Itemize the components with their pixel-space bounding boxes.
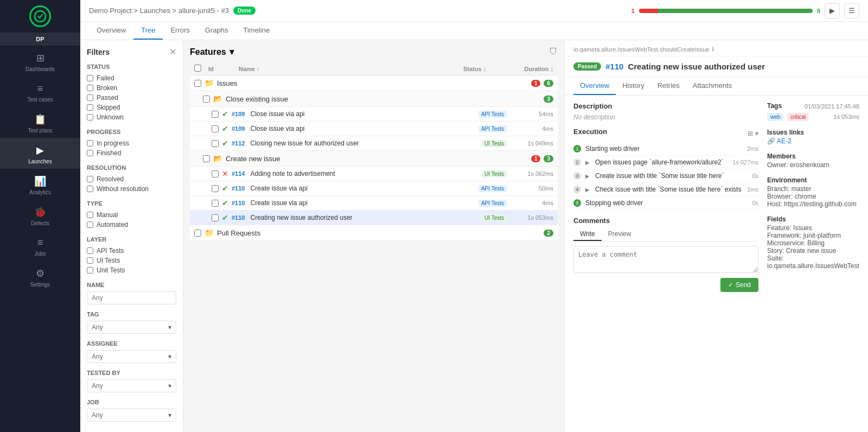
filter-in-progress[interactable]: In progress	[87, 138, 176, 148]
test-row-114[interactable]: ✕ #114 Adding note to advertisement UI T…	[190, 167, 558, 181]
select-all-checkbox[interactable]	[194, 65, 201, 72]
filter-unit-tests[interactable]: Unit Tests	[87, 265, 176, 275]
close-existing-checkbox[interactable]	[203, 96, 210, 103]
tab-graphs[interactable]: Graphs	[197, 22, 236, 40]
group-pull-requests[interactable]: 📁 Pull Requests 2	[190, 225, 558, 241]
test-row-110-a[interactable]: ✔ #110 Create issue via api API Tests 50…	[190, 181, 558, 196]
skipped-checkbox[interactable]	[87, 104, 93, 111]
send-button[interactable]: ✓ Send	[720, 278, 758, 292]
tab-errors[interactable]: Errors	[163, 22, 197, 40]
test-110a-checkbox[interactable]	[212, 185, 219, 192]
filter-unknown[interactable]: Unknown	[87, 112, 176, 122]
filter-manual[interactable]: Manual	[87, 210, 176, 220]
tags-section: Tags 01/03/2021 17:45:48 web critical 1s…	[767, 102, 859, 121]
close-filters-button[interactable]: ✕	[169, 47, 176, 57]
sidebar-item-testcases[interactable]: ≡ Test cases	[0, 77, 80, 107]
group-issues[interactable]: 📁 Issues 1 6	[190, 75, 558, 91]
name-filter-input[interactable]	[87, 291, 176, 304]
sidebar-item-defects[interactable]: 🐞 Defects	[0, 200, 80, 231]
play-button[interactable]: ▶	[825, 3, 840, 18]
filter-passed[interactable]: Passed	[87, 93, 176, 103]
failed-label: Failed	[97, 74, 114, 82]
filter-skipped[interactable]: Skipped	[87, 103, 176, 112]
suite-row: Suite: io.qameta.allure.IssuesWebTest	[767, 255, 859, 270]
filter-api-tests[interactable]: API Tests	[87, 246, 176, 256]
host-value: https://testing.github.com	[784, 200, 856, 208]
features-title[interactable]: Features ▾	[190, 47, 234, 57]
issues-checkbox[interactable]	[194, 80, 201, 87]
test-row-109-a[interactable]: ✔ #109 Close issue via api API Tests 54m…	[190, 107, 558, 122]
api-tests-checkbox[interactable]	[87, 247, 93, 254]
features-filter-icon[interactable]: ⛉	[549, 47, 558, 57]
test-109a-checkbox[interactable]	[212, 111, 219, 118]
comment-tab-preview[interactable]: Preview	[602, 228, 638, 241]
test-110b-checkbox[interactable]	[212, 200, 219, 207]
tag-filter-select[interactable]: Any ▾	[87, 321, 176, 334]
without-resolution-checkbox[interactable]	[87, 186, 93, 192]
comment-input[interactable]	[573, 246, 758, 273]
sidebar-item-dashboards[interactable]: ⊞ Dashboards	[0, 46, 80, 77]
test-row-110-b[interactable]: ✔ #110 Create issue via api API Tests 4m…	[190, 196, 558, 211]
tested-by-filter-select[interactable]: Any ▾	[87, 379, 176, 392]
detail-tab-attachments[interactable]: Attachments	[686, 77, 738, 95]
ui-tests-checkbox[interactable]	[87, 257, 93, 264]
finished-checkbox[interactable]	[87, 150, 93, 156]
filter-ui-tests[interactable]: UI Tests	[87, 256, 176, 265]
tab-tree[interactable]: Tree	[133, 22, 163, 40]
test-110c-checkbox[interactable]	[212, 214, 219, 221]
resolved-checkbox[interactable]	[87, 176, 93, 182]
header-checkbox-col	[194, 65, 205, 73]
ui-tests-label: UI Tests	[97, 257, 120, 264]
job-select-value: Any	[92, 411, 103, 419]
unit-tests-checkbox[interactable]	[87, 267, 93, 274]
filter-finished[interactable]: Finished	[87, 148, 176, 158]
collapse-icon[interactable]: ▾	[755, 130, 758, 137]
comment-tab-write[interactable]: Write	[573, 228, 602, 241]
automated-checkbox[interactable]	[87, 221, 93, 228]
sidebar-item-launches[interactable]: ▶ Launches	[0, 138, 80, 169]
sidebar-item-jobs[interactable]: ≡ Jobs	[0, 231, 80, 261]
test-109b-checkbox[interactable]	[212, 125, 219, 132]
job-filter-select[interactable]: Any ▾	[87, 409, 176, 422]
expand-icon[interactable]: ⊞	[748, 130, 753, 137]
issue-link[interactable]: 🔗 AE-2	[767, 137, 859, 145]
step-1-duration: 2ms	[747, 145, 758, 152]
test-112-checkbox[interactable]	[212, 140, 219, 147]
tab-overview[interactable]: Overview	[89, 22, 133, 40]
filter-without-resolution[interactable]: Without resolution	[87, 184, 176, 194]
story-label: Story:	[767, 247, 784, 255]
failed-checkbox[interactable]	[87, 75, 93, 81]
sidebar-item-settings[interactable]: ⚙ Settings	[0, 261, 80, 292]
passed-checkbox[interactable]	[87, 94, 93, 101]
manual-checkbox[interactable]	[87, 212, 93, 218]
step-4-expand[interactable]: ▶	[585, 187, 590, 193]
test-row-110-creating[interactable]: ✔ #110 Creating new issue authorized use…	[190, 211, 558, 225]
test-row-112[interactable]: ✔ #112 Closing new issue for authorized …	[190, 136, 558, 151]
broken-checkbox[interactable]	[87, 85, 93, 91]
filter-failed[interactable]: Failed	[87, 73, 176, 83]
filter-broken[interactable]: Broken	[87, 83, 176, 93]
pull-requests-checkbox[interactable]	[194, 230, 201, 237]
detail-tab-overview[interactable]: Overview	[573, 77, 616, 95]
detail-tab-retries[interactable]: Retries	[651, 77, 686, 95]
in-progress-checkbox[interactable]	[87, 140, 93, 147]
test-row-109-b[interactable]: ✔ #109 Close issue via api API Tests 4ms	[190, 122, 558, 136]
subgroup-create-new[interactable]: 📂 Create new issue 1 3	[190, 151, 558, 167]
list-button[interactable]: ☰	[844, 3, 859, 18]
folder-icon: 📁	[205, 79, 214, 87]
test-114-checkbox[interactable]	[212, 170, 219, 177]
detail-tab-history[interactable]: History	[616, 77, 650, 95]
environment-label: Environment	[767, 176, 859, 184]
tab-timeline[interactable]: Timeline	[235, 22, 277, 40]
sidebar-item-testplans[interactable]: 📋 Test plans	[0, 107, 80, 138]
filter-automated[interactable]: Automated	[87, 220, 176, 230]
unknown-checkbox[interactable]	[87, 114, 93, 120]
sidebar-item-analytics[interactable]: 📊 Analytics	[0, 169, 80, 200]
create-new-checkbox[interactable]	[203, 155, 210, 162]
step-2-expand[interactable]: ▶	[585, 160, 590, 166]
step-3-expand[interactable]: ▶	[585, 173, 590, 179]
assignee-filter-select[interactable]: Any ▾	[87, 350, 176, 363]
filter-resolved[interactable]: Resolved	[87, 174, 176, 184]
header-duration: Duration ↕	[510, 66, 553, 72]
subgroup-close-existing[interactable]: 📂 Close existing issue 3	[190, 91, 558, 107]
